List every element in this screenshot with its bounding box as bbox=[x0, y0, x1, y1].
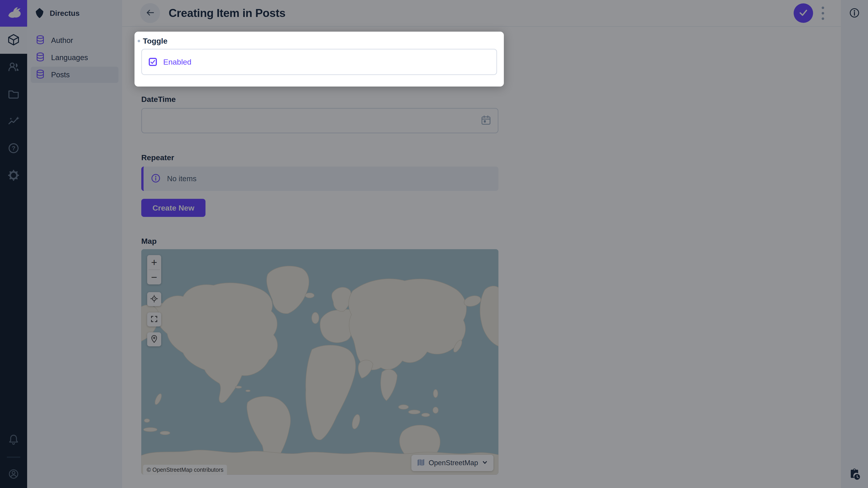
toggle-input[interactable]: Enabled bbox=[141, 49, 497, 75]
checkbox-label[interactable]: Enabled bbox=[163, 58, 191, 66]
spotlight-toggle-field: Toggle Enabled bbox=[134, 32, 504, 87]
toggle-field-header: Toggle bbox=[138, 37, 167, 45]
app-root: ? Directus bbox=[0, 0, 868, 488]
toggle-field-label: Toggle bbox=[143, 37, 167, 45]
field-state-dot bbox=[138, 40, 140, 42]
checkbox-checked[interactable] bbox=[149, 58, 157, 66]
